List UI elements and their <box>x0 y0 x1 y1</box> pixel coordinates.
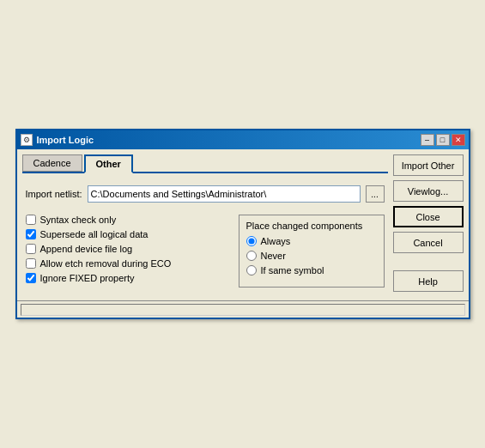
place-changed-title: Place changed components <box>246 221 375 231</box>
radio-same-symbol-row: If same symbol <box>246 265 375 275</box>
maximize-button[interactable]: □ <box>436 134 450 146</box>
etch-checkbox[interactable] <box>26 258 36 269</box>
import-netlist-row: Import netlist: ... <box>26 185 385 203</box>
close-button[interactable]: Close <box>393 206 464 227</box>
minimize-button[interactable]: – <box>421 134 434 146</box>
cancel-button[interactable]: Cancel <box>393 232 464 253</box>
tab-cadence[interactable]: Cadence <box>22 154 82 172</box>
import-other-button[interactable]: Import Other <box>393 154 464 176</box>
radio-never-row: Never <box>246 251 375 261</box>
syntax-check-label: Syntax check only <box>40 215 117 225</box>
left-panel: Cadence Other Import netlist: ... Syntax… <box>22 154 388 292</box>
append-checkbox[interactable] <box>26 244 36 254</box>
title-buttons: – □ ✕ <box>421 134 465 146</box>
radio-never[interactable] <box>246 251 257 261</box>
import-logic-window: ⚙ Import Logic – □ ✕ Cadence Other Impor… <box>15 129 470 319</box>
main-area: Syntax check only Supersede all logical … <box>26 215 385 288</box>
radio-always[interactable] <box>246 236 257 246</box>
radio-same-symbol[interactable] <box>246 265 257 275</box>
tab-bar: Cadence Other <box>22 154 388 173</box>
status-bar <box>17 300 469 318</box>
fixed-label: Ignore FIXED property <box>40 273 135 283</box>
close-window-button[interactable]: ✕ <box>452 134 465 146</box>
tab-other[interactable]: Other <box>84 154 133 173</box>
checkboxes-column: Syntax check only Supersede all logical … <box>26 215 230 288</box>
content-panel: Import netlist: ... Syntax check only Su… <box>22 182 388 291</box>
syntax-check-checkbox[interactable] <box>26 215 36 225</box>
import-netlist-label: Import netlist: <box>26 189 82 199</box>
etch-label: Allow etch removal during ECO <box>40 258 172 269</box>
import-netlist-input[interactable] <box>88 185 361 203</box>
window-body: Cadence Other Import netlist: ... Syntax… <box>17 149 469 297</box>
checkbox-row-supersede: Supersede all logical data <box>26 229 230 239</box>
title-bar: ⚙ Import Logic – □ ✕ <box>17 130 469 149</box>
checkbox-row-append: Append device file log <box>26 244 230 254</box>
checkbox-row-fixed: Ignore FIXED property <box>26 273 230 283</box>
radio-always-row: Always <box>246 236 375 246</box>
supersede-label: Supersede all logical data <box>40 229 149 239</box>
checkbox-row-etch: Allow etch removal during ECO <box>26 258 230 269</box>
checkbox-row-syntax: Syntax check only <box>26 215 230 225</box>
append-label: Append device file log <box>40 244 133 254</box>
supersede-checkbox[interactable] <box>26 229 36 239</box>
help-button[interactable]: Help <box>393 270 464 292</box>
window-title: Import Logic <box>37 135 421 145</box>
fixed-checkbox[interactable] <box>26 273 36 283</box>
radio-always-label: Always <box>261 236 291 246</box>
status-inner <box>21 304 465 316</box>
radio-same-symbol-label: If same symbol <box>261 265 324 275</box>
viewlog-button[interactable]: Viewlog... <box>393 180 464 202</box>
radio-never-label: Never <box>261 251 286 261</box>
window-icon: ⚙ <box>21 134 33 146</box>
browse-button[interactable]: ... <box>366 185 385 203</box>
right-panel: Import Other Viewlog... Close Cancel Hel… <box>393 154 464 292</box>
place-changed-group: Place changed components Always Never If… <box>239 215 385 288</box>
